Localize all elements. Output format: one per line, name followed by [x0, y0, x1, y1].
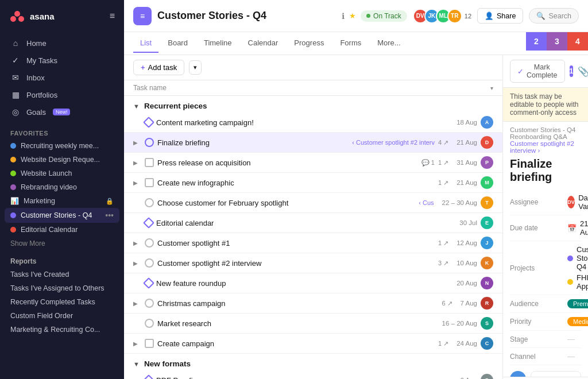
mark-complete-button[interactable]: ✓ Mark Complete [510, 60, 565, 83]
task-checkbox[interactable] [145, 238, 154, 247]
sidebar-item-portfolios[interactable]: ▦ Portfolios [5, 86, 119, 103]
task-date: 6 Aug [461, 377, 477, 379]
menu-button[interactable]: ≡ [133, 7, 152, 25]
share-button[interactable]: 👤 Share [477, 8, 523, 24]
expand-icon[interactable]: ▶ [133, 180, 141, 186]
tab-calendar[interactable]: Calendar [241, 34, 285, 53]
task-checkbox[interactable] [143, 217, 154, 229]
task-row[interactable]: Market research 16 – 20 Aug S [124, 314, 502, 334]
task-checkbox[interactable] [145, 339, 154, 348]
sidebar-item-tasks-assigned[interactable]: Tasks I've Assigned to Others [5, 281, 119, 295]
tab-board[interactable]: Board [161, 34, 195, 53]
tab-more[interactable]: More... [370, 34, 407, 53]
task-row[interactable]: ▶ Create campaign 1 ↗ 24 Aug C [124, 334, 502, 354]
sidebar-item-goals[interactable]: ◎ Goals New! [5, 103, 119, 121]
search-label: Search [548, 12, 571, 20]
audience-tag[interactable]: Premium [567, 299, 588, 308]
stage-dash[interactable]: — [567, 335, 575, 343]
priority-tag[interactable]: Medium [567, 317, 588, 326]
expand-icon[interactable]: ▶ [133, 341, 141, 347]
sidebar-item-marketing-recruiting[interactable]: Marketing & Recruiting Co... [5, 323, 119, 337]
sidebar-item-marketing[interactable]: 📊 Marketing 🔒 [5, 194, 119, 208]
expand-icon[interactable]: ▶ [133, 160, 141, 166]
dot-icon [10, 184, 16, 190]
sidebar-item-website-launch[interactable]: Website Launch [5, 167, 119, 180]
task-checkbox[interactable] [143, 117, 154, 128]
detail-fields: Assignee DV Daniela Vargas Due date 📅 21… [503, 190, 588, 365]
due-date[interactable]: 21 Aug [580, 219, 588, 237]
task-checkbox[interactable] [143, 277, 154, 289]
task-checkbox[interactable] [145, 299, 154, 308]
star-icon[interactable]: ★ [349, 11, 356, 20]
expand-icon[interactable]: ▶ [133, 300, 141, 307]
task-row[interactable]: ▶ Customer spotlight #2 interview 3 ↗ 10… [124, 253, 502, 273]
projects-value: Customer Stories - Q4 Recurrent pieces F… [567, 245, 588, 291]
task-row[interactable]: ▶ Press release on acquisition 💬 1 1 ↗ 3… [124, 153, 502, 173]
sidebar-item-tasks-created[interactable]: Tasks I've Created [5, 268, 119, 281]
comment-input[interactable]: Ask a question or post an update... [531, 371, 581, 377]
tab-list[interactable]: List [133, 34, 158, 53]
sidebar-item-custom-field[interactable]: Custom Field Order [5, 309, 119, 323]
reports-section-label: Reports [5, 253, 119, 268]
task-row[interactable]: ▶ Create new infographic 1 ↗ 21 Aug M [124, 173, 502, 193]
sidebar-item-rebranding[interactable]: Rebranding video [5, 180, 119, 194]
tab-progress[interactable]: Progress [287, 34, 331, 53]
task-row[interactable]: ▶ Finalize briefing ‹ Customer spotlight… [124, 133, 502, 153]
breadcrumb-task-link[interactable]: Customer spotlight #2 interview › [510, 140, 574, 154]
home-icon: ⌂ [10, 38, 21, 48]
tab-3[interactable]: 3 [547, 32, 567, 51]
task-subtask: 1 ↗ [438, 340, 448, 347]
task-checkbox[interactable] [145, 258, 154, 268]
task-subtask: 3 ↗ [438, 260, 448, 267]
assignee-name[interactable]: Daniela Vargas [578, 194, 588, 211]
fav-label-recruiting: Recruiting weekly mee... [21, 142, 99, 150]
expand-icon[interactable]: ▶ [133, 260, 141, 266]
project1-name[interactable]: Customer Stories - Q4 [577, 245, 588, 271]
section-header-recurrent[interactable]: ▼ Recurrent pieces [124, 96, 502, 113]
favorites-section-label: Favorites [0, 123, 124, 139]
sidebar-item-website-design[interactable]: Website Design Reque... [5, 153, 119, 167]
tab-4[interactable]: 4 [567, 32, 588, 51]
sidebar-toggle-icon[interactable]: ≡ [110, 11, 115, 21]
task-row[interactable]: ▶ Christmas campaign 6 ↗ 7 Aug R [124, 293, 502, 314]
section-header-new-formats[interactable]: ▼ New formats [124, 354, 502, 370]
sidebar-item-inbox[interactable]: ✉ Inbox [5, 69, 119, 86]
due-date-value: 📅 21 Aug [567, 219, 588, 237]
detail-task-title: Finalize briefing [503, 154, 588, 190]
sidebar-item-my-tasks[interactable]: ✓ My Tasks [5, 52, 119, 69]
project2-name[interactable]: FHI Grant Application [577, 273, 588, 291]
task-checkbox[interactable] [145, 319, 154, 328]
sidebar-item-recruiting[interactable]: Recruiting weekly mee... [5, 139, 119, 153]
sidebar-item-editorial[interactable]: Editorial Calendar [5, 223, 119, 237]
task-checkbox[interactable] [145, 138, 154, 147]
task-avatar: C [481, 337, 493, 350]
sidebar-item-customer-stories[interactable]: Customer Stories - Q4 ••• [5, 208, 119, 223]
sidebar-item-home[interactable]: ⌂ Home [5, 34, 119, 52]
task-row[interactable]: Content marketing campaign! 18 Aug A [124, 113, 502, 133]
task-row[interactable]: New feature roundup 20 Aug N [124, 273, 502, 293]
attachment-icon[interactable]: 📎 [578, 66, 588, 77]
sidebar-item-recently-completed[interactable]: Recently Completed Tasks [5, 295, 119, 309]
add-task-button[interactable]: + Add task [133, 60, 184, 75]
task-checkbox[interactable] [145, 158, 154, 167]
task-row[interactable]: Editorial calendar 30 Jul E [124, 213, 502, 233]
expand-icon[interactable]: ▶ [133, 240, 141, 246]
tab-2[interactable]: 2 [526, 32, 547, 51]
tab-forms[interactable]: Forms [333, 34, 368, 53]
expand-icon[interactable]: ▶ [133, 140, 141, 146]
task-row[interactable]: PDF Proofing 6 Aug P [124, 370, 502, 379]
task-checkbox[interactable] [145, 178, 154, 187]
sort-icon[interactable]: ▾ [490, 85, 493, 91]
task-checkbox[interactable] [145, 198, 154, 207]
search-box[interactable]: 🔍 Search [529, 8, 579, 24]
asana-logo[interactable]: asana [9, 8, 55, 24]
show-more-button[interactable]: Show More [0, 237, 124, 250]
task-avatar: M [481, 176, 493, 189]
add-task-dropdown[interactable]: ▾ [189, 60, 202, 75]
task-row[interactable]: ▶ Customer spotlight #1 1 ↗ 12 Aug J [124, 233, 502, 253]
channel-dash[interactable]: — [567, 352, 575, 361]
more-options-icon[interactable]: ••• [105, 211, 114, 220]
task-row[interactable]: Choose customer for February spotlight ‹… [124, 193, 502, 213]
tab-timeline[interactable]: Timeline [197, 34, 239, 53]
task-checkbox[interactable] [143, 374, 154, 379]
